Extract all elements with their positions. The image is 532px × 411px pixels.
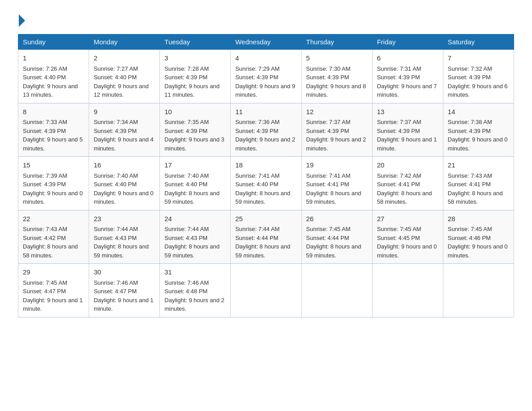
calendar-cell: 6Sunrise: 7:31 AMSunset: 4:39 PMDaylight… xyxy=(372,50,443,103)
calendar-cell: 13Sunrise: 7:37 AMSunset: 4:39 PMDayligh… xyxy=(372,103,443,157)
calendar-cell: 20Sunrise: 7:42 AMSunset: 4:41 PMDayligh… xyxy=(372,157,443,210)
day-number: 19 xyxy=(306,160,368,171)
day-number: 17 xyxy=(164,160,226,171)
day-number: 10 xyxy=(164,107,226,117)
day-info: Sunrise: 7:29 AMSunset: 4:39 PMDaylight:… xyxy=(235,65,295,98)
calendar-header-row: SundayMondayTuesdayWednesdayThursdayFrid… xyxy=(18,34,514,50)
calendar-cell xyxy=(372,264,443,317)
day-info: Sunrise: 7:34 AMSunset: 4:39 PMDaylight:… xyxy=(94,119,154,152)
calendar-week-row: 22Sunrise: 7:43 AMSunset: 4:42 PMDayligh… xyxy=(18,210,514,264)
day-number: 18 xyxy=(235,160,296,171)
day-info: Sunrise: 7:40 AMSunset: 4:40 PMDaylight:… xyxy=(94,172,154,206)
calendar-cell: 30Sunrise: 7:46 AMSunset: 4:47 PMDayligh… xyxy=(89,264,160,317)
calendar-cell xyxy=(301,264,372,317)
day-number: 22 xyxy=(23,214,84,224)
day-number: 21 xyxy=(448,160,509,171)
calendar-cell: 15Sunrise: 7:39 AMSunset: 4:39 PMDayligh… xyxy=(18,157,89,210)
calendar-week-row: 1Sunrise: 7:26 AMSunset: 4:40 PMDaylight… xyxy=(18,50,514,103)
day-info: Sunrise: 7:45 AMSunset: 4:46 PMDaylight:… xyxy=(448,226,508,259)
day-number: 4 xyxy=(235,53,296,64)
calendar-cell: 25Sunrise: 7:44 AMSunset: 4:44 PMDayligh… xyxy=(231,210,301,264)
day-info: Sunrise: 7:43 AMSunset: 4:42 PMDaylight:… xyxy=(23,226,78,259)
header-saturday: Saturday xyxy=(443,34,514,50)
header-monday: Monday xyxy=(89,34,160,50)
day-number: 5 xyxy=(306,53,368,64)
day-number: 9 xyxy=(94,107,155,117)
day-number: 28 xyxy=(448,214,509,224)
day-info: Sunrise: 7:43 AMSunset: 4:41 PMDaylight:… xyxy=(448,172,503,206)
calendar-cell: 27Sunrise: 7:45 AMSunset: 4:45 PMDayligh… xyxy=(372,210,443,264)
day-info: Sunrise: 7:37 AMSunset: 4:39 PMDaylight:… xyxy=(377,119,437,152)
day-info: Sunrise: 7:28 AMSunset: 4:39 PMDaylight:… xyxy=(164,65,219,98)
day-info: Sunrise: 7:45 AMSunset: 4:44 PMDaylight:… xyxy=(306,226,361,259)
day-info: Sunrise: 7:30 AMSunset: 4:39 PMDaylight:… xyxy=(306,65,366,98)
logo xyxy=(18,13,25,25)
calendar-cell: 7Sunrise: 7:32 AMSunset: 4:39 PMDaylight… xyxy=(443,50,514,103)
day-info: Sunrise: 7:42 AMSunset: 4:41 PMDaylight:… xyxy=(377,172,432,206)
day-number: 29 xyxy=(23,267,84,278)
page-header xyxy=(18,13,514,25)
day-info: Sunrise: 7:35 AMSunset: 4:39 PMDaylight:… xyxy=(164,119,224,152)
calendar-cell: 28Sunrise: 7:45 AMSunset: 4:46 PMDayligh… xyxy=(443,210,514,264)
day-info: Sunrise: 7:40 AMSunset: 4:40 PMDaylight:… xyxy=(164,172,219,206)
calendar-cell: 24Sunrise: 7:44 AMSunset: 4:43 PMDayligh… xyxy=(160,210,231,264)
header-tuesday: Tuesday xyxy=(160,34,231,50)
calendar-cell: 22Sunrise: 7:43 AMSunset: 4:42 PMDayligh… xyxy=(18,210,89,264)
calendar-cell: 9Sunrise: 7:34 AMSunset: 4:39 PMDaylight… xyxy=(89,103,160,157)
day-number: 11 xyxy=(235,107,296,117)
calendar-week-row: 15Sunrise: 7:39 AMSunset: 4:39 PMDayligh… xyxy=(18,157,514,210)
day-number: 13 xyxy=(377,107,438,117)
calendar-cell: 29Sunrise: 7:45 AMSunset: 4:47 PMDayligh… xyxy=(18,264,89,317)
calendar-cell: 2Sunrise: 7:27 AMSunset: 4:40 PMDaylight… xyxy=(89,50,160,103)
day-number: 6 xyxy=(377,53,438,64)
day-info: Sunrise: 7:38 AMSunset: 4:39 PMDaylight:… xyxy=(448,119,508,152)
day-number: 1 xyxy=(23,53,84,64)
calendar-cell: 3Sunrise: 7:28 AMSunset: 4:39 PMDaylight… xyxy=(160,50,231,103)
day-info: Sunrise: 7:33 AMSunset: 4:39 PMDaylight:… xyxy=(23,119,83,152)
day-number: 3 xyxy=(164,53,226,64)
calendar-cell: 31Sunrise: 7:46 AMSunset: 4:48 PMDayligh… xyxy=(160,264,231,317)
calendar-week-row: 8Sunrise: 7:33 AMSunset: 4:39 PMDaylight… xyxy=(18,103,514,157)
calendar-cell xyxy=(443,264,514,317)
day-info: Sunrise: 7:41 AMSunset: 4:40 PMDaylight:… xyxy=(235,172,290,206)
day-info: Sunrise: 7:41 AMSunset: 4:41 PMDaylight:… xyxy=(306,172,361,206)
calendar-cell: 21Sunrise: 7:43 AMSunset: 4:41 PMDayligh… xyxy=(443,157,514,210)
day-number: 25 xyxy=(235,214,296,224)
day-info: Sunrise: 7:46 AMSunset: 4:47 PMDaylight:… xyxy=(94,279,154,313)
calendar-cell: 18Sunrise: 7:41 AMSunset: 4:40 PMDayligh… xyxy=(231,157,301,210)
day-info: Sunrise: 7:44 AMSunset: 4:44 PMDaylight:… xyxy=(235,226,290,259)
header-thursday: Thursday xyxy=(301,34,372,50)
calendar-week-row: 29Sunrise: 7:45 AMSunset: 4:47 PMDayligh… xyxy=(18,264,514,317)
calendar-cell: 8Sunrise: 7:33 AMSunset: 4:39 PMDaylight… xyxy=(18,103,89,157)
day-info: Sunrise: 7:36 AMSunset: 4:39 PMDaylight:… xyxy=(235,119,295,152)
day-number: 27 xyxy=(377,214,438,224)
day-number: 30 xyxy=(94,267,155,278)
day-info: Sunrise: 7:46 AMSunset: 4:48 PMDaylight:… xyxy=(164,279,224,313)
calendar-cell: 12Sunrise: 7:37 AMSunset: 4:39 PMDayligh… xyxy=(301,103,372,157)
day-info: Sunrise: 7:45 AMSunset: 4:47 PMDaylight:… xyxy=(23,279,83,313)
logo-arrow-icon xyxy=(19,14,25,27)
day-number: 15 xyxy=(23,160,84,171)
calendar-cell: 4Sunrise: 7:29 AMSunset: 4:39 PMDaylight… xyxy=(231,50,301,103)
day-number: 23 xyxy=(94,214,155,224)
calendar-cell: 17Sunrise: 7:40 AMSunset: 4:40 PMDayligh… xyxy=(160,157,231,210)
calendar-cell: 23Sunrise: 7:44 AMSunset: 4:43 PMDayligh… xyxy=(89,210,160,264)
day-info: Sunrise: 7:39 AMSunset: 4:39 PMDaylight:… xyxy=(23,172,83,206)
header-friday: Friday xyxy=(372,34,443,50)
header-wednesday: Wednesday xyxy=(231,34,301,50)
day-number: 14 xyxy=(448,107,509,117)
calendar-cell: 1Sunrise: 7:26 AMSunset: 4:40 PMDaylight… xyxy=(18,50,89,103)
calendar-cell: 5Sunrise: 7:30 AMSunset: 4:39 PMDaylight… xyxy=(301,50,372,103)
day-number: 20 xyxy=(377,160,438,171)
day-info: Sunrise: 7:31 AMSunset: 4:39 PMDaylight:… xyxy=(377,65,437,98)
day-info: Sunrise: 7:37 AMSunset: 4:39 PMDaylight:… xyxy=(306,119,366,152)
calendar-cell: 10Sunrise: 7:35 AMSunset: 4:39 PMDayligh… xyxy=(160,103,231,157)
day-info: Sunrise: 7:27 AMSunset: 4:40 PMDaylight:… xyxy=(94,65,149,98)
calendar-table: SundayMondayTuesdayWednesdayThursdayFrid… xyxy=(18,34,514,317)
day-info: Sunrise: 7:44 AMSunset: 4:43 PMDaylight:… xyxy=(164,226,219,259)
calendar-cell: 16Sunrise: 7:40 AMSunset: 4:40 PMDayligh… xyxy=(89,157,160,210)
calendar-cell: 26Sunrise: 7:45 AMSunset: 4:44 PMDayligh… xyxy=(301,210,372,264)
day-number: 8 xyxy=(23,107,84,117)
calendar-cell: 19Sunrise: 7:41 AMSunset: 4:41 PMDayligh… xyxy=(301,157,372,210)
day-number: 16 xyxy=(94,160,155,171)
